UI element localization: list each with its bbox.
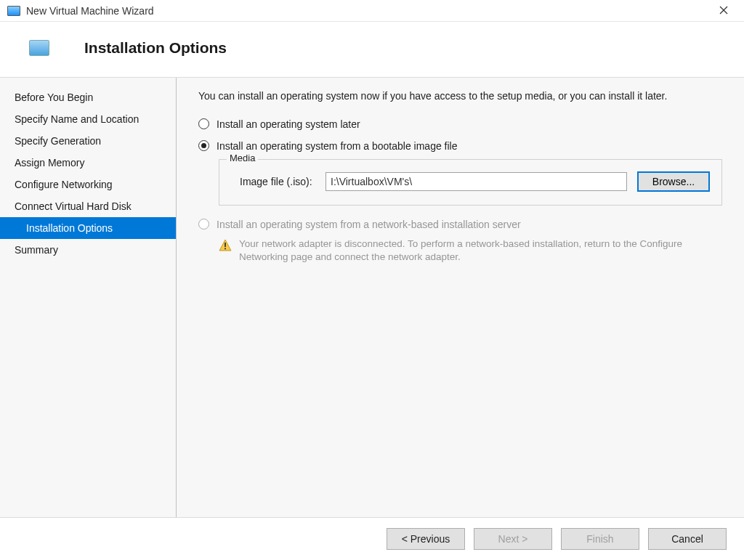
wizard-content: You can install an operating system now … [177, 78, 744, 517]
cancel-button[interactable]: Cancel [648, 528, 727, 550]
sidebar-item-assign-memory[interactable]: Assign Memory [0, 152, 176, 174]
wizard-header-icon [29, 40, 49, 56]
close-button[interactable] [709, 1, 738, 21]
fieldset-legend: Media [227, 153, 258, 163]
close-icon [719, 6, 728, 15]
browse-button[interactable]: Browse... [637, 171, 710, 192]
window-title: New Virtual Machine Wizard [26, 5, 154, 17]
wizard-button-bar: < Previous Next > Finish Cancel [0, 518, 744, 560]
radio-label: Install an operating system later [217, 118, 360, 130]
image-file-input[interactable] [326, 172, 627, 191]
radio-label: Install an operating system from a boota… [217, 140, 458, 152]
wizard-window: New Virtual Machine Wizard Installation … [0, 0, 744, 560]
sidebar-item-specify-generation[interactable]: Specify Generation [0, 130, 176, 152]
image-file-label: Image file (.iso): [231, 176, 326, 187]
sidebar-item-installation-options[interactable]: Installation Options [0, 217, 176, 239]
sidebar-item-label: Specify Name and Location [15, 113, 139, 125]
radio-icon [198, 219, 209, 230]
sidebar-item-label: Connect Virtual Hard Disk [15, 200, 132, 212]
image-file-row: Image file (.iso): Browse... [231, 171, 710, 192]
page-title: Installation Options [84, 39, 227, 57]
titlebar: New Virtual Machine Wizard [0, 0, 744, 22]
radio-icon [198, 140, 209, 151]
radio-icon [198, 118, 209, 129]
network-warning: Your network adapter is disconnected. To… [219, 238, 722, 265]
option-install-network: Install an operating system from a netwo… [198, 219, 722, 230]
warning-text: Your network adapter is disconnected. To… [239, 238, 722, 265]
media-fieldset: Media Image file (.iso): Browse... [219, 159, 722, 206]
sidebar-item-label: Assign Memory [15, 157, 84, 169]
wizard-steps-sidebar: Before You Begin Specify Name and Locati… [0, 78, 177, 517]
previous-button[interactable]: < Previous [387, 528, 465, 550]
finish-button: Finish [561, 528, 639, 550]
sidebar-item-label: Specify Generation [15, 135, 101, 147]
next-button: Next > [474, 528, 552, 550]
sidebar-item-label: Configure Networking [15, 179, 113, 190]
option-install-bootable-image[interactable]: Install an operating system from a boota… [198, 140, 722, 152]
sidebar-item-configure-networking[interactable]: Configure Networking [0, 174, 176, 195]
sidebar-item-specify-name[interactable]: Specify Name and Location [0, 108, 176, 130]
sidebar-item-summary[interactable]: Summary [0, 239, 176, 261]
radio-label: Install an operating system from a netwo… [217, 219, 521, 230]
intro-text: You can install an operating system now … [198, 89, 722, 104]
sidebar-item-label: Installation Options [26, 222, 113, 234]
wizard-header: Installation Options [0, 22, 744, 77]
svg-rect-4 [225, 248, 226, 249]
svg-rect-3 [225, 243, 226, 247]
sidebar-item-before-you-begin[interactable]: Before You Begin [0, 86, 176, 108]
warning-icon [219, 239, 232, 252]
sidebar-item-connect-vhd[interactable]: Connect Virtual Hard Disk [0, 195, 176, 217]
sidebar-item-label: Summary [15, 244, 58, 256]
wizard-body: Before You Begin Specify Name and Locati… [0, 77, 744, 518]
option-install-later[interactable]: Install an operating system later [198, 118, 722, 130]
app-icon [7, 6, 20, 16]
sidebar-item-label: Before You Begin [15, 92, 93, 103]
